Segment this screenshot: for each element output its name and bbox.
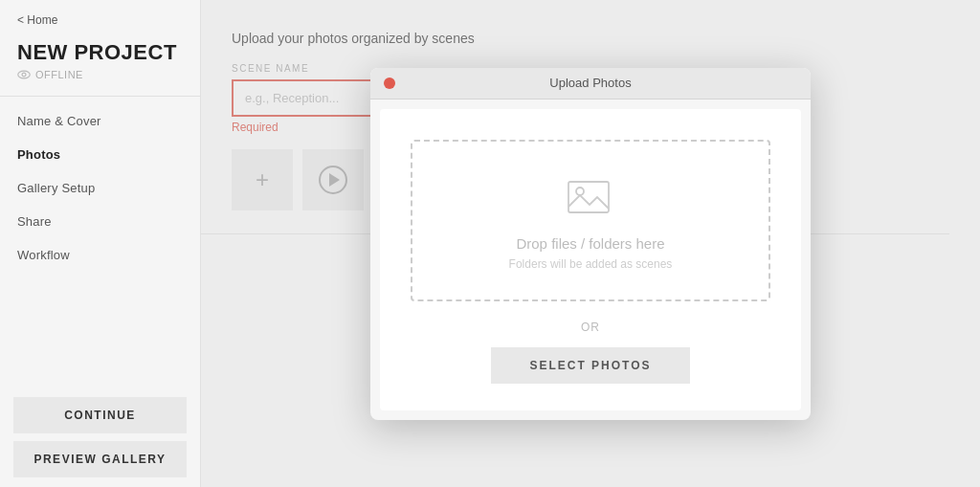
- project-title: NEW PROJECT: [0, 36, 200, 67]
- home-link[interactable]: < Home: [0, 0, 200, 36]
- sidebar-nav: Name & Cover Photos Gallery Setup Share …: [0, 104, 200, 386]
- sidebar-buttons: CONTINUE PREVIEW GALLERY: [0, 386, 200, 487]
- continue-button[interactable]: CONTINUE: [13, 397, 187, 433]
- main-content: Upload your photos organized by scenes S…: [201, 0, 980, 487]
- sidebar: < Home NEW PROJECT OFFLINE Name & Cover …: [0, 0, 201, 487]
- modal-body: Drop files / folders here Folders will b…: [380, 109, 801, 410]
- sidebar-item-photos[interactable]: Photos: [0, 138, 200, 171]
- offline-status: OFFLINE: [0, 67, 200, 96]
- drop-zone[interactable]: Drop files / folders here Folders will b…: [411, 140, 770, 301]
- svg-point-1: [22, 73, 26, 77]
- sidebar-item-workflow[interactable]: Workflow: [0, 238, 200, 272]
- modal-overlay: Upload Photos Drop files / folders here …: [201, 0, 980, 487]
- drop-zone-main-text: Drop files / folders here: [516, 235, 664, 252]
- drop-zone-sub-text: Folders will be added as scenes: [509, 257, 673, 271]
- sidebar-item-gallery-setup[interactable]: Gallery Setup: [0, 171, 200, 205]
- sidebar-divider: [0, 96, 200, 97]
- select-photos-button[interactable]: SELECT PHOTOS: [491, 347, 689, 384]
- svg-point-0: [18, 71, 30, 78]
- svg-rect-2: [568, 182, 609, 212]
- modal-close-button[interactable]: [384, 77, 395, 89]
- image-icon: [567, 176, 614, 220]
- preview-gallery-button[interactable]: PREVIEW GALLERY: [13, 441, 187, 477]
- modal-title: Upload Photos: [549, 76, 631, 90]
- or-label: OR: [581, 321, 600, 334]
- sidebar-item-name-cover[interactable]: Name & Cover: [0, 104, 200, 138]
- modal-titlebar: Upload Photos: [370, 68, 811, 100]
- eye-icon: [17, 70, 31, 79]
- upload-photos-modal: Upload Photos Drop files / folders here …: [370, 68, 811, 420]
- sidebar-item-share[interactable]: Share: [0, 205, 200, 238]
